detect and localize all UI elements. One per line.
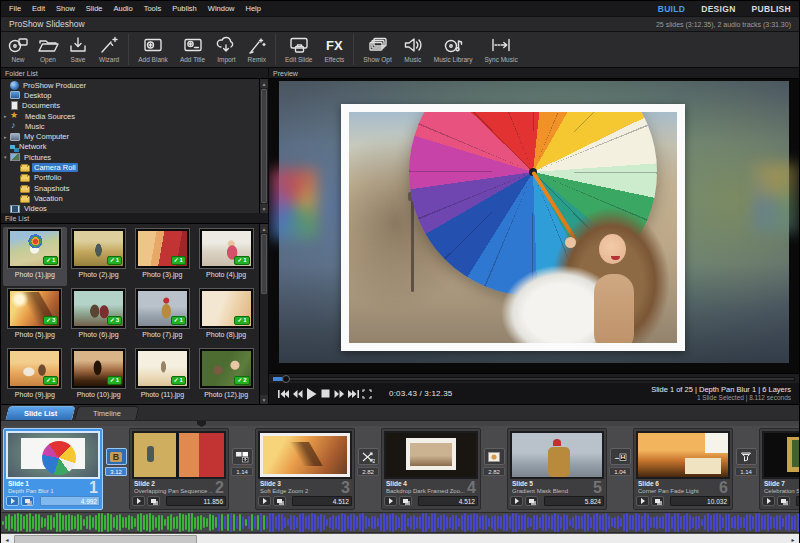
menu-audio[interactable]: Audio	[113, 4, 132, 13]
transition-cross-arrows-icon[interactable]: 2	[358, 448, 379, 465]
folder-item-camera-roll[interactable]: Camera Roll	[1, 162, 259, 172]
seek-handle[interactable]	[282, 375, 290, 383]
file-item[interactable]: ✓1Photo (3).jpg	[131, 227, 195, 286]
folder-item-portfolio[interactable]: Portfolio	[1, 173, 259, 183]
file-item[interactable]: ✓3Photo (5).jpg	[3, 287, 67, 346]
folder-item-vacation[interactable]: Vacation	[1, 193, 259, 203]
slide-play-button[interactable]	[762, 496, 775, 506]
slide-duration[interactable]: 4.992	[40, 496, 100, 506]
import-button[interactable]: Import	[211, 32, 241, 67]
file-item[interactable]: ✓3Photo (6).jpg	[67, 287, 131, 346]
transition-4[interactable]: 2.82	[481, 428, 507, 476]
slide-duration[interactable]: 4.512	[292, 496, 352, 506]
folder-item-videos[interactable]: Videos	[1, 204, 259, 213]
transition-5[interactable]: H 1.04	[607, 428, 633, 476]
folder-item-media-sources[interactable]: ▸Media Sources	[1, 111, 259, 121]
file-item[interactable]: ✓1Photo (8).jpg	[194, 287, 258, 346]
slide-play-button[interactable]	[636, 496, 649, 506]
scroll-left-icon[interactable]: ◂	[1, 534, 13, 543]
strip-scrollbar[interactable]: ◂ ▸	[1, 533, 799, 543]
scroll-up-icon[interactable]: ▲	[260, 224, 268, 233]
file-item[interactable]: ✓1Photo (4).jpg	[194, 227, 258, 286]
music-library-button[interactable]: Music Library	[428, 32, 479, 67]
file-list-scrollbar[interactable]: ▲ ▼	[259, 224, 268, 404]
file-item[interactable]: ✓1Photo (1).jpg	[3, 227, 67, 286]
slide-play-button[interactable]	[132, 496, 145, 506]
effects-button[interactable]: FX Effects	[318, 32, 350, 67]
menu-help[interactable]: Help	[245, 4, 260, 13]
slide-card-5[interactable]: Slide 5Gradient Mask Blend5 5.824	[507, 428, 607, 510]
slide-play-button[interactable]	[258, 496, 271, 506]
menu-publish[interactable]: Publish	[172, 4, 197, 13]
file-item[interactable]: ✓1Photo (7).jpg	[131, 287, 195, 346]
folder-item-pictures[interactable]: ▾Pictures	[1, 152, 259, 162]
transition-slide-up-icon[interactable]	[232, 448, 253, 465]
file-item[interactable]: ✓1Photo (9).jpg	[3, 347, 67, 404]
slide-card-3[interactable]: Slide 3Soft Edge Zoom 23 4.512	[255, 428, 355, 510]
menu-slide[interactable]: Slide	[86, 4, 103, 13]
transition-duration[interactable]: 1.14	[735, 467, 757, 476]
transition-duration[interactable]: 1.04	[609, 467, 631, 476]
slide-duration[interactable]: 5.824	[544, 496, 604, 506]
transition-6[interactable]: 1.14	[733, 428, 759, 476]
file-item[interactable]: ✓1Photo (11).jpg	[131, 347, 195, 404]
slide-layers-button[interactable]	[651, 496, 664, 506]
scroll-up-icon[interactable]: ▲	[260, 79, 268, 88]
music-button[interactable]: Music	[398, 32, 428, 67]
skip-end-button[interactable]	[347, 387, 359, 401]
menu-tools[interactable]: Tools	[144, 4, 162, 13]
slide-card-7[interactable]: Slide 7Celebration Singl...7	[759, 428, 799, 510]
tab-slide-list[interactable]: Slide List	[5, 406, 76, 420]
slide-duration[interactable]: 10.032	[670, 496, 730, 506]
show-options-button[interactable]: Show Opt	[357, 32, 398, 67]
slide-play-button[interactable]	[510, 496, 523, 506]
audio-waveform[interactable]	[1, 512, 799, 533]
slide-layers-button[interactable]	[21, 496, 34, 506]
transition-duration[interactable]: 2.82	[483, 467, 505, 476]
slide-duration[interactable]	[796, 496, 799, 506]
transition-1[interactable]: B 3.12	[103, 428, 129, 476]
folder-item-my-computer[interactable]: ▸My Computer	[1, 131, 259, 141]
add-title-slide-button[interactable]: Add Title	[174, 32, 211, 67]
folder-item-music[interactable]: Music	[1, 121, 259, 131]
fast-forward-button[interactable]	[333, 387, 345, 401]
save-show-button[interactable]: Save	[63, 32, 93, 67]
mode-publish[interactable]: PUBLISH	[752, 4, 791, 14]
scroll-down-icon[interactable]: ▼	[260, 204, 268, 213]
tab-timeline[interactable]: Timeline	[75, 406, 141, 420]
slide-card-6[interactable]: Slide 6Corner Pan Fade Light6 10.032	[633, 428, 733, 510]
edit-slide-button[interactable]: Edit Slide	[279, 32, 318, 67]
preview-canvas[interactable]	[269, 79, 799, 373]
sync-music-button[interactable]: Sync Music	[478, 32, 523, 67]
menu-file[interactable]: File	[9, 4, 21, 13]
slide-layers-button[interactable]	[399, 496, 412, 506]
transition-photo-icon[interactable]	[484, 448, 505, 465]
mode-design[interactable]: DESIGN	[701, 4, 735, 14]
folder-item-network[interactable]: Network	[1, 142, 259, 152]
play-button[interactable]	[305, 387, 317, 401]
slide-card-1[interactable]: Slide 1Depth Pan Blur 11 4.992	[3, 428, 103, 510]
menu-window[interactable]: Window	[208, 4, 235, 13]
preview-seekbar[interactable]	[269, 373, 799, 383]
transition-2[interactable]: 1.14	[229, 428, 255, 476]
transition-duration[interactable]: 1.14	[231, 467, 253, 476]
mode-build[interactable]: BUILD	[658, 4, 685, 14]
scroll-right-icon[interactable]: ▸	[787, 534, 799, 543]
menu-show[interactable]: Show	[56, 4, 75, 13]
transition-blend-icon[interactable]: B	[106, 448, 127, 465]
slide-card-2[interactable]: Slide 2Overlapping Pan Sequence ...2 11.…	[129, 428, 229, 510]
slide-card-4[interactable]: Slide 4Backdrop Dark Framed Zoo...4 4.51…	[381, 428, 481, 510]
remix-button[interactable]: Remix	[242, 32, 272, 67]
wizard-button[interactable]: Wizard	[93, 32, 125, 67]
slide-layers-button[interactable]	[525, 496, 538, 506]
add-blank-slide-button[interactable]: Add Blank	[132, 32, 174, 67]
file-item[interactable]: ✓1Photo (2).jpg	[67, 227, 131, 286]
slide-play-button[interactable]	[384, 496, 397, 506]
transition-3[interactable]: 2 2.82	[355, 428, 381, 476]
slide-duration[interactable]: 11.856	[166, 496, 226, 506]
skip-start-button[interactable]	[277, 387, 289, 401]
menu-edit[interactable]: Edit	[32, 4, 45, 13]
transition-funnel-icon[interactable]	[736, 448, 757, 465]
rewind-button[interactable]	[291, 387, 303, 401]
folder-tree-scrollbar[interactable]: ▲ ▼	[259, 79, 268, 213]
